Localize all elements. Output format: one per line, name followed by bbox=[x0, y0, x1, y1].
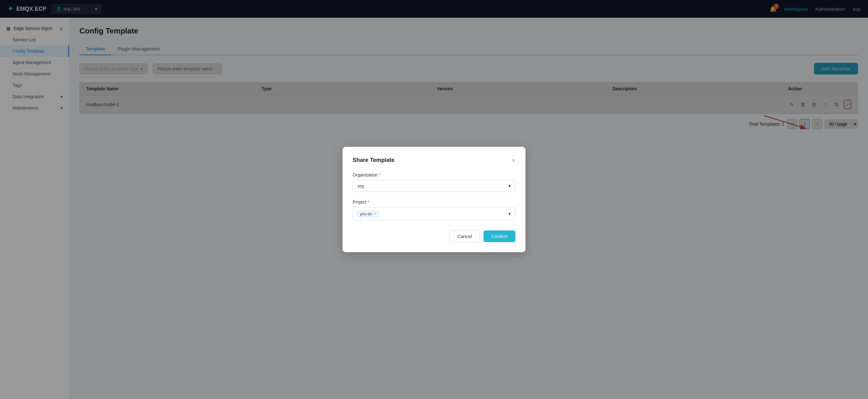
modal-close-button[interactable]: × bbox=[512, 157, 516, 164]
organization-chevron-icon: ▾ bbox=[508, 183, 510, 189]
organization-select[interactable]: org ▾ bbox=[352, 180, 516, 192]
remove-tag-icon[interactable]: × bbox=[374, 211, 376, 216]
organization-required: * bbox=[379, 172, 380, 177]
project-tags: pro-sh × bbox=[358, 210, 379, 217]
project-chevron-icon: ▾ bbox=[508, 211, 510, 216]
organization-field: Organization * org ▾ bbox=[352, 172, 516, 192]
modal-header: Share Template × bbox=[352, 157, 516, 164]
project-label: Project * bbox=[352, 200, 516, 204]
share-template-modal: Share Template × Organization * org ▾ Pr… bbox=[343, 147, 525, 252]
cancel-button[interactable]: Cancel bbox=[450, 230, 480, 242]
project-tag: pro-sh × bbox=[358, 210, 379, 217]
project-select[interactable]: pro-sh × ▾ bbox=[352, 207, 516, 220]
organization-value: org bbox=[358, 183, 364, 189]
modal-footer: Cancel Confirm bbox=[352, 230, 516, 242]
project-required: * bbox=[368, 200, 369, 204]
modal-overlay: Share Template × Organization * org ▾ Pr… bbox=[0, 0, 868, 399]
modal-title: Share Template bbox=[352, 157, 395, 164]
confirm-button[interactable]: Confirm bbox=[484, 230, 516, 242]
project-field: Project * pro-sh × ▾ bbox=[352, 200, 516, 220]
organization-label: Organization * bbox=[352, 172, 516, 177]
